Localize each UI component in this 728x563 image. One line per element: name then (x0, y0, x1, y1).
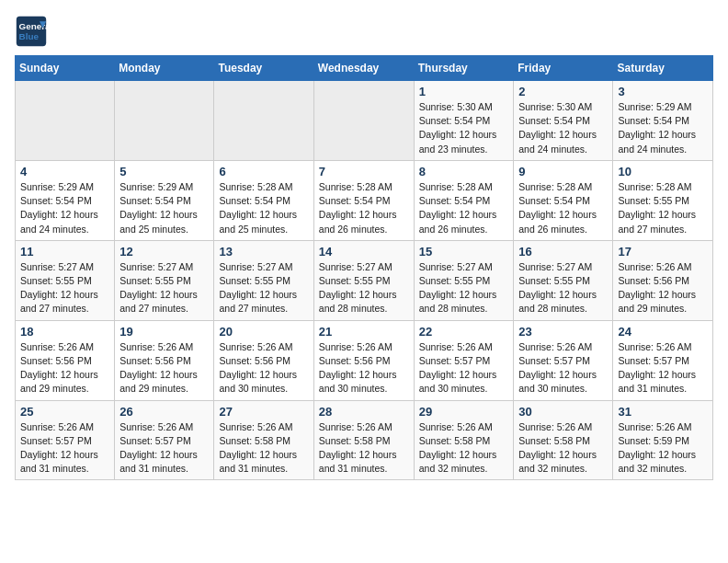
logo: General Blue (15, 15, 48, 48)
calendar-cell: 21Sunrise: 5:26 AM Sunset: 5:56 PM Dayli… (313, 320, 414, 400)
day-number: 15 (419, 245, 509, 259)
day-number: 13 (219, 245, 308, 259)
calendar-cell: 13Sunrise: 5:27 AM Sunset: 5:55 PM Dayli… (214, 240, 313, 320)
day-number: 12 (119, 245, 209, 259)
calendar-cell: 28Sunrise: 5:26 AM Sunset: 5:58 PM Dayli… (313, 400, 414, 480)
day-number: 5 (119, 165, 209, 178)
svg-text:Blue: Blue (19, 31, 40, 41)
day-detail: Sunrise: 5:26 AM Sunset: 5:56 PM Dayligh… (119, 340, 209, 396)
day-number: 27 (219, 405, 308, 419)
day-number: 25 (20, 405, 109, 419)
calendar-cell: 25Sunrise: 5:26 AM Sunset: 5:57 PM Dayli… (16, 400, 115, 480)
calendar-cell: 26Sunrise: 5:26 AM Sunset: 5:57 PM Dayli… (115, 400, 214, 480)
calendar-cell: 15Sunrise: 5:27 AM Sunset: 5:55 PM Dayli… (414, 240, 514, 320)
day-detail: Sunrise: 5:26 AM Sunset: 5:57 PM Dayligh… (20, 420, 109, 477)
day-number: 10 (618, 165, 708, 178)
day-number: 20 (219, 325, 308, 339)
day-number: 26 (119, 405, 209, 419)
day-number: 19 (119, 325, 209, 339)
calendar-cell: 31Sunrise: 5:26 AM Sunset: 5:59 PM Dayli… (613, 400, 713, 480)
day-detail: Sunrise: 5:29 AM Sunset: 5:54 PM Dayligh… (618, 100, 708, 156)
calendar-cell: 5Sunrise: 5:29 AM Sunset: 5:54 PM Daylig… (115, 160, 214, 240)
calendar-week-row: 18Sunrise: 5:26 AM Sunset: 5:56 PM Dayli… (16, 320, 713, 400)
day-number: 6 (219, 165, 308, 178)
day-number: 11 (20, 245, 109, 259)
day-number: 14 (319, 245, 409, 259)
day-detail: Sunrise: 5:26 AM Sunset: 5:57 PM Dayligh… (419, 340, 509, 396)
calendar-cell: 16Sunrise: 5:27 AM Sunset: 5:55 PM Dayli… (514, 240, 613, 320)
calendar-cell: 10Sunrise: 5:28 AM Sunset: 5:55 PM Dayli… (613, 160, 713, 240)
day-detail: Sunrise: 5:26 AM Sunset: 5:56 PM Dayligh… (319, 340, 409, 396)
day-detail: Sunrise: 5:26 AM Sunset: 5:59 PM Dayligh… (618, 420, 708, 477)
weekday-header: Saturday (613, 56, 713, 81)
day-number: 16 (518, 245, 608, 259)
calendar-cell: 23Sunrise: 5:26 AM Sunset: 5:57 PM Dayli… (514, 320, 613, 400)
day-detail: Sunrise: 5:26 AM Sunset: 5:58 PM Dayligh… (319, 420, 409, 477)
day-detail: Sunrise: 5:28 AM Sunset: 5:54 PM Dayligh… (319, 180, 409, 236)
day-detail: Sunrise: 5:26 AM Sunset: 5:57 PM Dayligh… (618, 340, 708, 396)
calendar-cell: 27Sunrise: 5:26 AM Sunset: 5:58 PM Dayli… (214, 400, 313, 480)
calendar-cell: 19Sunrise: 5:26 AM Sunset: 5:56 PM Dayli… (115, 320, 214, 400)
day-number: 29 (419, 405, 509, 419)
day-detail: Sunrise: 5:30 AM Sunset: 5:54 PM Dayligh… (518, 100, 608, 156)
day-detail: Sunrise: 5:28 AM Sunset: 5:54 PM Dayligh… (419, 180, 509, 236)
day-number: 3 (618, 85, 708, 98)
calendar-cell (115, 81, 214, 161)
day-detail: Sunrise: 5:26 AM Sunset: 5:56 PM Dayligh… (618, 260, 708, 316)
calendar-cell: 12Sunrise: 5:27 AM Sunset: 5:55 PM Dayli… (115, 240, 214, 320)
day-detail: Sunrise: 5:26 AM Sunset: 5:58 PM Dayligh… (419, 420, 509, 477)
calendar-cell: 14Sunrise: 5:27 AM Sunset: 5:55 PM Dayli… (313, 240, 414, 320)
calendar-cell: 11Sunrise: 5:27 AM Sunset: 5:55 PM Dayli… (16, 240, 115, 320)
day-detail: Sunrise: 5:26 AM Sunset: 5:58 PM Dayligh… (219, 420, 308, 477)
day-detail: Sunrise: 5:28 AM Sunset: 5:54 PM Dayligh… (219, 180, 308, 236)
day-detail: Sunrise: 5:27 AM Sunset: 5:55 PM Dayligh… (419, 260, 509, 316)
day-number: 4 (20, 165, 109, 178)
day-detail: Sunrise: 5:26 AM Sunset: 5:56 PM Dayligh… (20, 340, 109, 396)
day-number: 18 (20, 325, 109, 339)
day-detail: Sunrise: 5:27 AM Sunset: 5:55 PM Dayligh… (119, 260, 209, 316)
calendar-cell: 24Sunrise: 5:26 AM Sunset: 5:57 PM Dayli… (613, 320, 713, 400)
day-number: 1 (419, 85, 509, 98)
calendar-cell: 30Sunrise: 5:26 AM Sunset: 5:58 PM Dayli… (514, 400, 613, 480)
day-number: 2 (518, 85, 608, 98)
weekday-header: Sunday (16, 56, 115, 81)
day-detail: Sunrise: 5:27 AM Sunset: 5:55 PM Dayligh… (518, 260, 608, 316)
day-number: 7 (319, 165, 409, 178)
calendar-cell: 17Sunrise: 5:26 AM Sunset: 5:56 PM Dayli… (613, 240, 713, 320)
calendar-week-row: 4Sunrise: 5:29 AM Sunset: 5:54 PM Daylig… (16, 160, 713, 240)
calendar-week-row: 25Sunrise: 5:26 AM Sunset: 5:57 PM Dayli… (16, 400, 713, 480)
weekday-header: Wednesday (313, 56, 414, 81)
day-detail: Sunrise: 5:28 AM Sunset: 5:54 PM Dayligh… (518, 180, 608, 236)
day-number: 21 (319, 325, 409, 339)
day-number: 24 (618, 325, 708, 339)
calendar-cell: 8Sunrise: 5:28 AM Sunset: 5:54 PM Daylig… (414, 160, 514, 240)
calendar-table: SundayMondayTuesdayWednesdayThursdayFrid… (15, 55, 713, 480)
calendar-cell: 6Sunrise: 5:28 AM Sunset: 5:54 PM Daylig… (214, 160, 313, 240)
calendar-cell: 20Sunrise: 5:26 AM Sunset: 5:56 PM Dayli… (214, 320, 313, 400)
day-detail: Sunrise: 5:27 AM Sunset: 5:55 PM Dayligh… (319, 260, 409, 316)
calendar-week-row: 11Sunrise: 5:27 AM Sunset: 5:55 PM Dayli… (16, 240, 713, 320)
day-number: 23 (518, 325, 608, 339)
weekday-header: Monday (115, 56, 214, 81)
day-number: 31 (618, 405, 708, 419)
calendar-header: SundayMondayTuesdayWednesdayThursdayFrid… (16, 56, 713, 81)
calendar-cell: 22Sunrise: 5:26 AM Sunset: 5:57 PM Dayli… (414, 320, 514, 400)
day-detail: Sunrise: 5:26 AM Sunset: 5:57 PM Dayligh… (518, 340, 608, 396)
weekday-header: Thursday (414, 56, 514, 81)
calendar-cell (313, 81, 414, 161)
calendar-week-row: 1Sunrise: 5:30 AM Sunset: 5:54 PM Daylig… (16, 81, 713, 161)
day-number: 9 (518, 165, 608, 178)
logo-icon: General Blue (15, 15, 48, 48)
weekday-header: Friday (514, 56, 613, 81)
day-detail: Sunrise: 5:26 AM Sunset: 5:56 PM Dayligh… (219, 340, 308, 396)
day-detail: Sunrise: 5:29 AM Sunset: 5:54 PM Dayligh… (20, 180, 109, 236)
day-number: 8 (419, 165, 509, 178)
calendar-cell: 3Sunrise: 5:29 AM Sunset: 5:54 PM Daylig… (613, 81, 713, 161)
day-number: 30 (518, 405, 608, 419)
day-number: 22 (419, 325, 509, 339)
page-header: General Blue (15, 15, 713, 48)
calendar-cell: 18Sunrise: 5:26 AM Sunset: 5:56 PM Dayli… (16, 320, 115, 400)
calendar-cell (16, 81, 115, 161)
day-detail: Sunrise: 5:29 AM Sunset: 5:54 PM Dayligh… (119, 180, 209, 236)
calendar-cell: 7Sunrise: 5:28 AM Sunset: 5:54 PM Daylig… (313, 160, 414, 240)
